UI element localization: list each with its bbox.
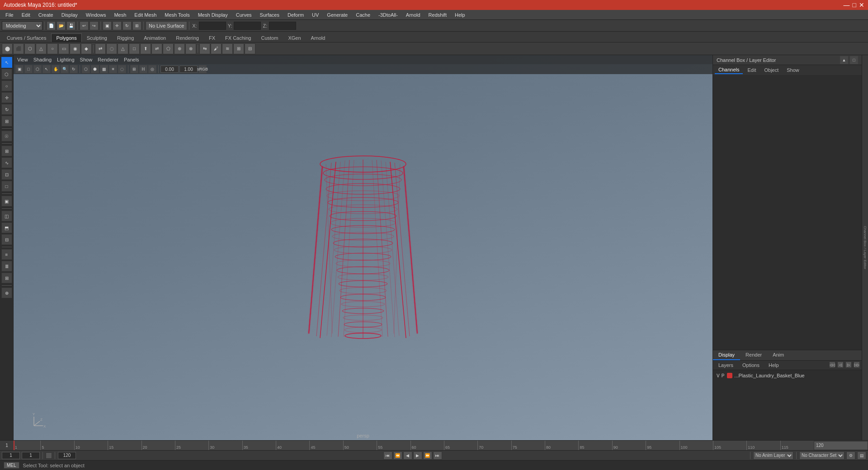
- tab-polygons[interactable]: Polygons: [51, 33, 81, 42]
- cone-icon[interactable]: △: [36, 43, 47, 54]
- channels-tab[interactable]: Channels: [715, 66, 743, 74]
- triangulate-icon[interactable]: △: [118, 43, 128, 54]
- snap-curve-btn[interactable]: ∿: [1, 157, 12, 168]
- cb-collapse-btn[interactable]: ▲: [840, 56, 848, 64]
- render-tab[interactable]: Render: [740, 350, 767, 360]
- mirror-icon[interactable]: ⇄: [95, 43, 106, 54]
- pan-btn[interactable]: ✋: [52, 65, 60, 73]
- display-tab[interactable]: Display: [713, 350, 740, 360]
- layer-btn[interactable]: ◫: [1, 211, 12, 221]
- wireframe-btn[interactable]: ⬡: [82, 65, 90, 73]
- renderer-menu[interactable]: Renderer: [98, 57, 118, 62]
- step-back-btn[interactable]: ⏪: [393, 451, 402, 460]
- disk-icon[interactable]: ◉: [70, 43, 80, 54]
- tick-70[interactable]: 70: [477, 441, 483, 451]
- view-menu[interactable]: View: [17, 57, 28, 62]
- layer-prev-btn[interactable]: ◁: [837, 362, 844, 368]
- tick-75[interactable]: 75: [511, 441, 517, 451]
- menu-item-cache[interactable]: Cache: [352, 11, 374, 19]
- light-btn[interactable]: ☀: [109, 65, 117, 73]
- play-forward-btn[interactable]: ▶: [413, 451, 422, 460]
- layer2-btn[interactable]: ⬒: [1, 222, 12, 233]
- lasso-btn[interactable]: ○: [1, 80, 12, 91]
- layers-subtab[interactable]: Layers: [715, 362, 737, 369]
- no-live-surface[interactable]: No Live Surface: [146, 21, 187, 30]
- menu-item-file[interactable]: File: [2, 11, 17, 19]
- new-file-btn[interactable]: 📄: [47, 21, 56, 30]
- tick-80[interactable]: 80: [545, 441, 551, 451]
- tick-15[interactable]: 15: [108, 441, 113, 451]
- tab-xgen[interactable]: XGen: [283, 33, 306, 42]
- redo-btn[interactable]: ↪: [90, 21, 99, 30]
- grid-btn[interactable]: ⊞: [130, 65, 138, 73]
- menu-item-generate[interactable]: Generate: [323, 11, 351, 19]
- snap-grid-btn[interactable]: ⊞: [1, 146, 12, 156]
- tick-20[interactable]: 20: [142, 441, 147, 451]
- smooth-icon[interactable]: ◌: [106, 43, 117, 54]
- menu-item-help[interactable]: Help: [451, 11, 469, 19]
- open-file-btn[interactable]: 📂: [57, 21, 66, 30]
- exposure-value[interactable]: [160, 66, 179, 73]
- help-subtab[interactable]: Help: [765, 362, 783, 369]
- gamma-selector[interactable]: sRGB: [198, 65, 207, 73]
- x-field[interactable]: [199, 22, 226, 30]
- torus-icon[interactable]: ○: [47, 43, 58, 54]
- tab-fx-caching[interactable]: FX Caching: [220, 33, 256, 42]
- expand-btn[interactable]: ▤: [857, 451, 866, 460]
- tab-arnold[interactable]: Arnold: [306, 33, 330, 42]
- settings-btn[interactable]: ⚙: [846, 451, 855, 460]
- menu-item-uv[interactable]: UV: [308, 11, 322, 19]
- menu-item-edit[interactable]: Edit: [18, 11, 34, 19]
- transfer-icon[interactable]: ⇆: [199, 43, 210, 54]
- tab-animation[interactable]: Animation: [139, 33, 171, 42]
- tick-55[interactable]: 55: [377, 441, 382, 451]
- history-btn[interactable]: ≡: [1, 249, 12, 260]
- viewport[interactable]: View Shading Lighting Show Renderer Pane…: [14, 55, 712, 440]
- bevel-icon[interactable]: ⬠: [163, 43, 174, 54]
- menu-item-deform[interactable]: Deform: [284, 11, 307, 19]
- layer-fwd-btn[interactable]: ▷▷: [854, 362, 860, 368]
- bridge-icon[interactable]: ⇌: [151, 43, 162, 54]
- playhead[interactable]: [14, 441, 14, 451]
- layer-item[interactable]: V P ...Plastic_Laundry_Basket_Blue: [715, 372, 860, 379]
- resolution-gate-btn[interactable]: ⬡: [33, 65, 42, 73]
- current-frame-input[interactable]: [22, 452, 40, 459]
- save-file-btn[interactable]: 💾: [66, 21, 75, 30]
- mode-selector[interactable]: Modeling Rigging Animation FX Rendering: [2, 21, 42, 30]
- show-manip-btn[interactable]: ☉: [1, 131, 12, 141]
- select-btn[interactable]: ▣: [103, 21, 112, 30]
- tick-25[interactable]: 25: [175, 441, 181, 451]
- zoom-btn[interactable]: 🔍: [61, 65, 69, 73]
- tab-fx[interactable]: FX: [204, 33, 220, 42]
- boolean-icon[interactable]: ⊗: [185, 43, 196, 54]
- tick-115[interactable]: 115: [780, 441, 788, 451]
- tick-45[interactable]: 45: [309, 441, 315, 451]
- tick-10[interactable]: 10: [74, 441, 80, 451]
- filmgate-btn[interactable]: □: [24, 65, 33, 73]
- tick-35[interactable]: 35: [242, 441, 248, 451]
- texture-btn[interactable]: ▩: [100, 65, 108, 73]
- tick-95[interactable]: 95: [646, 441, 651, 451]
- anim-tab[interactable]: Anim: [767, 350, 789, 360]
- anim-layer-select[interactable]: No Anim Layer: [753, 451, 793, 460]
- attr-btn[interactable]: ⊞: [1, 273, 12, 283]
- menu-item-mesh[interactable]: Mesh: [110, 11, 130, 19]
- merge-icon[interactable]: ⊕: [174, 43, 185, 54]
- show-tab[interactable]: Show: [783, 66, 803, 74]
- tick-85[interactable]: 85: [578, 441, 584, 451]
- solid-btn[interactable]: ⬢: [91, 65, 99, 73]
- heads-up-btn[interactable]: ℍ: [139, 65, 147, 73]
- cube-icon[interactable]: ⬛: [13, 43, 24, 54]
- tab-rigging[interactable]: Rigging: [112, 33, 139, 42]
- panels-menu[interactable]: Panels: [124, 57, 139, 62]
- cylinder-icon[interactable]: ⬡: [24, 43, 35, 54]
- maximize-btn[interactable]: □: [853, 1, 856, 9]
- lighting-menu[interactable]: Lighting: [57, 57, 75, 62]
- menu-item-mesh-tools[interactable]: Mesh Tools: [161, 11, 193, 19]
- menu-item-surfaces[interactable]: Surfaces: [256, 11, 283, 19]
- select-mode-btn[interactable]: ↖: [42, 65, 51, 73]
- snap-point-btn[interactable]: ⊡: [1, 169, 12, 180]
- scale-btn[interactable]: ⊞: [132, 21, 142, 30]
- char-set-select[interactable]: No Character Set: [799, 451, 844, 460]
- tick-90[interactable]: 90: [612, 441, 618, 451]
